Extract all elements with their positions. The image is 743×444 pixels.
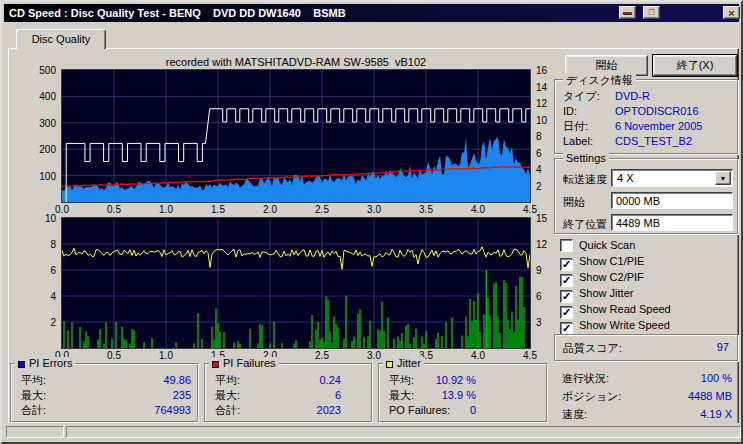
- total-value: 2023: [317, 403, 341, 418]
- checkbox-show-c2-pif[interactable]: ✓Show C2/PIF: [560, 270, 644, 284]
- pi-failures-swatch: [212, 361, 219, 368]
- axis-tick-label: 3.5: [419, 204, 433, 215]
- jitter-legend: Jitter: [383, 357, 424, 369]
- checkbox-show-c1-pie[interactable]: ✓Show C1/PIE: [560, 254, 644, 268]
- maximize-icon: □: [649, 7, 654, 17]
- axis-tick-label: 4: [50, 291, 56, 302]
- axis-tick-label: 500: [39, 65, 56, 76]
- position-row: ポジション:4488 MB: [562, 389, 738, 404]
- top-chart-x-axis: 0.00.51.01.52.02.53.03.54.04.5: [62, 204, 531, 216]
- show-read-speed-label: Show Read Speed: [579, 303, 671, 315]
- recorded-with-label: recorded with MATSHITADVD-RAM SW-9585 vB…: [62, 56, 530, 68]
- checkbox-quick-scan[interactable]: Quick Scan: [560, 238, 635, 252]
- pi-failures-total-row: 合計:2023: [215, 403, 341, 418]
- axis-tick-label: 4.5: [523, 350, 537, 361]
- jitter-title: Jitter: [397, 357, 421, 369]
- show-c2-pif-label: Show C2/PIF: [579, 271, 644, 283]
- jitter-swatch: [386, 361, 393, 368]
- speed-combobox-value: 4 X: [617, 172, 634, 184]
- disc-type-label: タイプ:: [563, 89, 615, 104]
- position-label: ポジション:: [562, 390, 621, 402]
- disc-type-value: DVD-R: [615, 90, 650, 102]
- disc-label-value: CDS_TEST_B2: [615, 135, 692, 147]
- tab-disc-quality[interactable]: Disc Quality: [16, 29, 106, 49]
- pi-failures-max-row: 最大:6: [215, 388, 341, 403]
- speed-status-value: 4.19 X: [700, 407, 732, 422]
- pi-errors-avg-row: 平均:49.86: [21, 373, 191, 388]
- show-c1-pie-label: Show C1/PIE: [579, 255, 644, 267]
- axis-tick-label: 100: [39, 171, 56, 182]
- disc-date-value: 6 November 2005: [615, 120, 702, 132]
- quick-scan-label: Quick Scan: [579, 239, 635, 251]
- avg-value: 10.92 %: [436, 373, 476, 388]
- axis-tick-label: 6: [536, 291, 542, 302]
- axis-tick-label: 300: [39, 118, 56, 129]
- end-position-field[interactable]: [611, 214, 733, 231]
- title-bar: CD Speed : Disc Quality Test - BENQ DVD …: [4, 4, 739, 22]
- top-chart-plot: [62, 70, 530, 202]
- jitter-max-row: 最大:13.9 %: [389, 388, 476, 403]
- status-panel-main: [66, 426, 741, 438]
- disc-id-value: OPTODISCR016: [615, 105, 699, 117]
- disc-date-row: 日付:6 November 2005: [563, 119, 731, 134]
- show-jitter-label: Show Jitter: [579, 287, 633, 299]
- quality-score-value: 97: [717, 341, 729, 353]
- total-label: 合計:: [215, 404, 240, 416]
- axis-tick-label: 0.5: [107, 350, 121, 361]
- axis-tick-label: 1.5: [211, 204, 225, 215]
- disc-info-groupbox: ディスク情報 タイプ:DVD-R ID:OPTODISCR016 日付:6 No…: [554, 79, 738, 154]
- speed-row: 速度:4.19 X: [562, 407, 738, 422]
- chevron-down-icon[interactable]: ▼: [715, 171, 731, 185]
- axis-tick-label: 4.0: [471, 204, 485, 215]
- exit-button[interactable]: 終了(X): [653, 55, 737, 76]
- bottom-chart-left-axis: 108642: [30, 218, 58, 348]
- close-icon: ×: [728, 7, 734, 19]
- axis-tick-label: 4.5: [523, 204, 537, 215]
- disc-id-row: ID:OPTODISCR016: [563, 104, 731, 119]
- quality-score-label: 品質スコア:: [563, 341, 622, 356]
- avg-label: 平均:: [389, 374, 414, 386]
- disc-label-label: Label:: [563, 134, 615, 149]
- axis-tick-label: 14: [536, 82, 547, 93]
- axis-tick-label: 6: [50, 265, 56, 276]
- top-chart-svg: [62, 70, 530, 202]
- top-chart-left-axis: 500400300200100: [30, 70, 58, 202]
- checkbox-show-read-speed[interactable]: ✓Show Read Speed: [560, 302, 671, 316]
- minimize-button[interactable]: ▬: [619, 6, 636, 19]
- checkbox-show-jitter[interactable]: ✓Show Jitter: [560, 286, 633, 300]
- jitter-groupbox: Jitter 平均:10.92 % 最大:13.9 % PO Failures:…: [378, 363, 547, 422]
- speed-combobox[interactable]: 4 X ▼: [611, 169, 733, 187]
- quick-scan-checkbox[interactable]: [560, 239, 573, 252]
- maximize-button[interactable]: □: [643, 6, 660, 19]
- jitter-avg-row: 平均:10.92 %: [389, 373, 476, 388]
- start-mb-field[interactable]: [611, 192, 733, 209]
- pi-errors-total-row: 合計:764993: [21, 403, 191, 418]
- pi-errors-legend: PI Errors: [15, 357, 75, 369]
- pi-errors-area: [62, 137, 530, 202]
- bottom-chart-svg: [62, 218, 530, 348]
- status-bar: [4, 423, 739, 440]
- axis-tick-label: 9: [536, 265, 542, 276]
- po-failures-label: PO Failures:: [389, 404, 450, 416]
- axis-tick-label: 3: [536, 317, 542, 328]
- axis-tick-label: 8: [536, 131, 542, 142]
- axis-tick-label: 2.5: [315, 204, 329, 215]
- speed-label: 転送速度: [563, 172, 607, 187]
- axis-tick-label: 400: [39, 91, 56, 102]
- total-value: 764993: [154, 403, 191, 418]
- checkbox-show-write-speed[interactable]: ✓Show Write Speed: [560, 318, 670, 332]
- bottom-chart-right-axis: 1512963: [534, 218, 560, 348]
- po-failures-row: PO Failures:0: [389, 403, 476, 418]
- disc-date-label: 日付:: [563, 119, 615, 134]
- close-button[interactable]: ×: [723, 6, 740, 19]
- axis-tick-label: 16: [536, 65, 547, 76]
- axis-tick-label: 12: [536, 98, 547, 109]
- max-label: 最大:: [21, 389, 46, 401]
- quality-score-box: 品質スコア: 97: [554, 334, 738, 361]
- axis-tick-label: 0.5: [107, 204, 121, 215]
- axis-tick-label: 1.0: [159, 204, 173, 215]
- axis-tick-label: 2: [50, 317, 56, 328]
- axis-tick-label: 2.5: [315, 350, 329, 361]
- max-label: 最大:: [215, 389, 240, 401]
- axis-tick-label: 6: [536, 148, 542, 159]
